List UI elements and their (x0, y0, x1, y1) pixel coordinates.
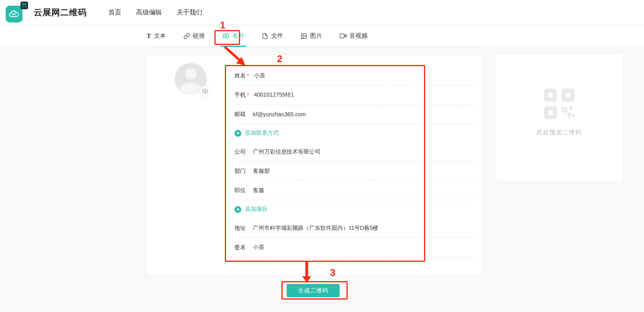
link-icon (183, 33, 190, 39)
qr-placeholder-icon (544, 89, 575, 119)
qr-preview-placeholder-text: 此处预览二维码 (537, 129, 582, 136)
text-icon: T (147, 32, 151, 39)
field-label: 公司 (234, 148, 246, 156)
generate-qr-button[interactable]: 生成二维码 (287, 284, 340, 297)
field-row-company: 公司 广州万彩信息技术有限公司 (234, 142, 475, 162)
tab-business-card[interactable]: 名片 (222, 26, 245, 46)
qr-preview-panel: 此处预览二维码 (495, 54, 623, 182)
tab-label: 图片 (310, 32, 322, 40)
add-contact-link[interactable]: 添加联系方式 (234, 124, 475, 142)
field-row-phone: 手机 * 4001012755转1 (234, 85, 475, 105)
tab-label: 文件 (271, 32, 283, 40)
field-row-department: 部门 客服部 (234, 162, 475, 181)
required-mark: * (247, 92, 249, 98)
file-icon (262, 33, 268, 39)
nav-item-about-us[interactable]: 关于我们 (177, 8, 202, 17)
field-row-email: 邮箱 kf@yunzhan365.com (234, 105, 475, 124)
tab-label: 名片 (232, 32, 244, 40)
field-row-position: 职位 客服 (234, 181, 475, 200)
main-nav: 首页 高级编辑 关于我们 (108, 8, 202, 17)
field-label: 邮箱 (234, 111, 246, 118)
field-label: 职位 (234, 187, 246, 194)
field-row-name: 姓名 * 小茶 (234, 66, 475, 85)
signature-input[interactable]: 小茶 (253, 244, 264, 251)
nav-item-home[interactable]: 首页 (108, 8, 121, 17)
tab-image[interactable]: 图片 (300, 26, 323, 46)
tab-text[interactable]: T 文本 (146, 26, 167, 46)
phone-input[interactable]: 4001012755转1 (254, 91, 294, 99)
qr-badge-icon (20, 2, 28, 9)
plus-circle-icon (234, 206, 241, 213)
address-input[interactable]: 广州市科学城彩频路（广东软件园内）11号D栋5楼 (253, 225, 378, 232)
header: 云展网二维码 首页 高级编辑 关于我们 (0, 0, 644, 25)
department-input[interactable]: 客服部 (253, 168, 270, 175)
plus-circle-icon (234, 130, 241, 137)
field-row-address: 地址 广州市科学城彩频路（广东软件园内）11号D栋5楼 (234, 219, 475, 238)
add-project-link[interactable]: 添加项目 (234, 200, 475, 219)
tab-label: 文本 (154, 32, 166, 40)
company-input[interactable]: 广州万彩信息技术有限公司 (253, 148, 320, 156)
camera-icon (202, 88, 208, 94)
image-icon (301, 33, 307, 39)
brand-logo[interactable] (6, 2, 31, 23)
field-label: 手机 (234, 91, 246, 99)
tab-label: 音视频 (349, 32, 367, 40)
form-fields: 姓名 * 小茶 手机 * 4001012755转1 邮箱 kf@yunzhan3… (234, 66, 475, 257)
field-label: 姓名 (234, 72, 246, 79)
tab-link[interactable]: 链接 (183, 26, 206, 46)
person-silhouette-icon (185, 68, 196, 79)
field-row-signature: 签名 小茶 (234, 238, 475, 257)
required-mark: * (247, 73, 249, 79)
field-label: 部门 (234, 168, 246, 175)
position-input[interactable]: 客服 (253, 187, 264, 194)
brand-title: 云展网二维码 (34, 7, 87, 18)
tab-audio-video[interactable]: 音视频 (339, 26, 368, 46)
business-card-form: 姓名 * 小茶 手机 * 4001012755转1 邮箱 kf@yunzhan3… (145, 55, 483, 276)
page: 云展网二维码 首页 高级编辑 关于我们 T 文本 链接 名片 (0, 0, 644, 312)
add-contact-label: 添加联系方式 (245, 130, 279, 137)
cloud-share-icon (6, 6, 22, 22)
card-icon (222, 32, 229, 39)
field-label: 签名 (234, 244, 246, 251)
name-input[interactable]: 小茶 (254, 72, 265, 79)
nav-item-advanced-edit[interactable]: 高级编辑 (136, 8, 162, 17)
video-icon (340, 32, 346, 39)
content-type-tabs: T 文本 链接 名片 文件 (146, 26, 483, 47)
field-label: 地址 (234, 225, 246, 232)
tab-label: 链接 (193, 32, 205, 40)
add-project-label: 添加项目 (245, 206, 267, 213)
camera-upload-button[interactable] (200, 85, 211, 97)
tab-file[interactable]: 文件 (261, 26, 284, 46)
email-input[interactable]: kf@yunzhan365.com (253, 111, 306, 118)
